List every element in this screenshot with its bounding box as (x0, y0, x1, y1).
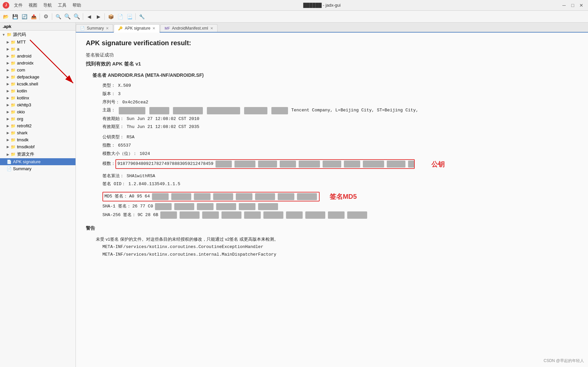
exponent-label: 指数： (102, 143, 115, 148)
sidebar-label: 源代码 (13, 32, 26, 38)
tab-summary[interactable]: 📄 Summary ✕ (76, 24, 113, 32)
code-view-button[interactable]: 📄 (116, 12, 124, 21)
search-prev-button[interactable]: 🔍 (73, 12, 81, 21)
sidebar-item-retrofit2[interactable]: ▶ 📁 retrofit2 (0, 122, 75, 129)
refresh-button[interactable]: 🔄 (20, 12, 29, 21)
tab-manifest-close[interactable]: ✕ (210, 26, 213, 31)
pubkey-annotation-label: 公钥 (431, 159, 445, 170)
sig-algo-value: SHA1withRSA (127, 174, 155, 179)
file-icon: 📄 (7, 160, 12, 164)
chevron-right-icon: ▶ (7, 138, 9, 142)
nav-back-button[interactable]: ◀ (85, 12, 93, 21)
chevron-right-icon: ▶ (7, 61, 9, 65)
search-button[interactable]: 🔍 (54, 12, 63, 21)
tab-apksig-close[interactable]: ✕ (152, 26, 155, 31)
sidebar-item-org[interactable]: ▶ 📁 org (0, 115, 75, 122)
modulus-blurred-1: ██████ (216, 161, 232, 168)
sha256-blurred-4: ██████ (221, 211, 241, 218)
text-view-button[interactable]: 📃 (125, 12, 134, 21)
valid-to-label: 有效期至： (102, 124, 124, 129)
type-row: 类型： X.509 (102, 82, 578, 89)
folder-icon: 📁 (11, 54, 16, 59)
subject-label: 主题： (102, 108, 115, 113)
settings-button[interactable]: 🔧 (137, 12, 146, 21)
minimize-button[interactable]: ─ (560, 2, 568, 9)
found-v1-text: 找到有效的 APK 签名 v1 (86, 61, 578, 67)
md5-box: MD5 签名： A0 95 64 █████ ██████ █████ ████… (102, 192, 320, 201)
sha1-blurred-6: ██████ (258, 203, 278, 210)
sidebar-item-android[interactable]: ▶ 📁 android (0, 53, 75, 60)
md5-blurred-7: █████ (278, 193, 294, 200)
sidebar-item-summary[interactable]: 📄 Summary (0, 165, 75, 172)
watermark: CSDN @早起的年轻人 (543, 358, 584, 364)
menu-nav[interactable]: 导航 (41, 2, 55, 9)
nav-forward-button[interactable]: ▶ (94, 12, 103, 21)
sidebar-label: kotlin (17, 88, 27, 93)
sidebar-item-okhttp3[interactable]: ▶ 📁 okhttp3 (0, 101, 75, 108)
menu-file[interactable]: 文件 (11, 2, 25, 9)
toolbar: 📂 💾 🔄 📤 ⚙ 🔍 🔍 🔍 ◀ ▶ 📦 📄 📃 🔧 (0, 11, 588, 23)
md5-row: MD5 签名： A0 95 64 █████ ██████ █████ ████… (102, 191, 578, 202)
version-value: 3 (118, 91, 121, 96)
sidebar-item-com[interactable]: ▶ 📁 com (0, 66, 75, 73)
sidebar-item-androidx[interactable]: ▶ 📁 androidx (0, 60, 75, 66)
folder-icon: 📁 (11, 110, 16, 114)
menu-tools[interactable]: 工具 (55, 2, 69, 9)
exponent-row: 指数： 65537 (102, 142, 578, 149)
file-icon: 📄 (7, 167, 12, 171)
pkg-manager-button[interactable]: 📦 (106, 12, 115, 21)
maximize-button[interactable]: □ (569, 2, 577, 9)
menu-view[interactable]: 视图 (26, 2, 40, 9)
sha256-blurred-6: ██████ (263, 211, 283, 218)
sidebar-item-mtt[interactable]: ▶ 📁 MTT (0, 39, 75, 46)
sig-algo-label: 签名算法： (102, 174, 124, 179)
sidebar-apk-item[interactable]: .apk (0, 23, 75, 31)
exponent-value: 65537 (118, 143, 131, 148)
sidebar-label: shark (17, 130, 28, 135)
sidebar-item-tmsdk[interactable]: ▶ 📁 tmsdk (0, 136, 75, 143)
md5-blurred-2: ██████ (171, 193, 191, 200)
sha256-blurred-7: █████ (286, 211, 303, 218)
sidebar-item-kotlin[interactable]: ▶ 📁 kotlin (0, 87, 75, 94)
sidebar-item-apksig[interactable]: 📄 APK signature (0, 158, 75, 165)
warning-section: 警告 未受 v1签名 保护的文件。对这些条目的未经授权的修改，只能通过 v2签名… (86, 225, 578, 259)
valid-from-value: Sun Jun 27 12:08:02 CST 2010 (127, 116, 199, 121)
modulus-row: 模数： 918779694809217827497888305921247845… (102, 159, 578, 170)
subject-visible: Tencent Company, L=Beijing City, ST=Beij… (291, 108, 418, 113)
tab-apksig[interactable]: 🔑 APK signature ✕ (114, 24, 160, 33)
sidebar-item-a[interactable]: ▶ 📁 a (0, 46, 75, 53)
export-button[interactable]: 📤 (29, 12, 38, 21)
valid-to-value: Thu Jun 21 12:08:02 CST 2035 (127, 124, 199, 129)
tab-summary-close[interactable]: ✕ (106, 26, 109, 31)
sidebar-item-sourcecode[interactable]: ▼ 📁 源代码 (0, 31, 75, 39)
sha256-blurred-3: █████ (202, 211, 219, 218)
sidebar-item-shark[interactable]: ▶ 📁 shark (0, 129, 75, 136)
tab-summary-label: Summary (87, 26, 104, 31)
sidebar-item-okio[interactable]: ▶ 📁 okio (0, 108, 75, 115)
chevron-right-icon: ▶ (7, 110, 9, 114)
sha1-blurred-5: █████ (239, 203, 255, 210)
menu-help[interactable]: 帮助 (70, 2, 84, 9)
close-button[interactable]: ✕ (577, 2, 585, 9)
sidebar-item-kcsdk[interactable]: ▶ 📁 kcsdk.shell (0, 80, 75, 87)
modulus-size-label: 模数大小（位）： (102, 151, 137, 156)
modulus-size-value: 1024 (140, 151, 150, 156)
sidebar-item-kotlinx[interactable]: ▶ 📁 kotlinx (0, 94, 75, 101)
verify-success-text: 签名验证成功 (86, 52, 578, 58)
sidebar-item-defpackage[interactable]: ▶ 📁 defpackage (0, 73, 75, 80)
decompile-button[interactable]: ⚙ (42, 12, 50, 21)
search-next-button[interactable]: 🔍 (63, 12, 72, 21)
tab-manifest[interactable]: MF AndroidManifest.xml ✕ (160, 24, 218, 32)
tab-manifest-icon: MF (165, 26, 170, 30)
chevron-right-icon: ▶ (7, 68, 9, 72)
sidebar-item-resources[interactable]: ▶ 📁 资源文件 (0, 150, 75, 158)
folder-icon: 📁 (11, 152, 16, 157)
open-button[interactable]: 📂 (1, 12, 10, 21)
tabs-bar: 📄 Summary ✕ 🔑 APK signature ✕ MF Android… (76, 23, 588, 33)
subject-blurred-2: ██████ (149, 107, 169, 114)
chevron-right-icon: ▶ (7, 75, 9, 79)
save-button[interactable]: 💾 (11, 12, 19, 21)
folder-icon: 📁 (11, 124, 16, 128)
sidebar-item-tmsdkobf[interactable]: ▶ 📁 tmsdkobf (0, 143, 75, 150)
toolbar-sep-2 (52, 13, 52, 20)
